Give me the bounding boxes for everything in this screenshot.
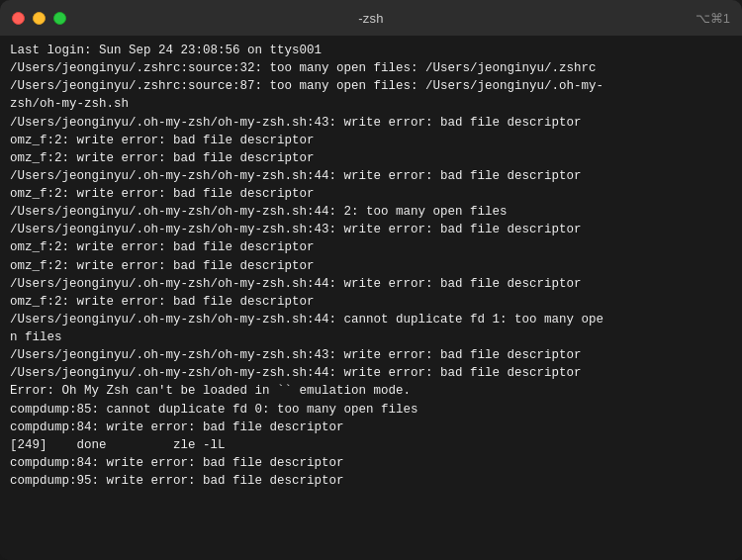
keyboard-shortcut: ⌥⌘1 (696, 11, 730, 26)
close-button[interactable] (12, 12, 25, 25)
terminal-body[interactable]: Last login: Sun Sep 24 23:08:56 on ttys0… (0, 36, 742, 560)
traffic-lights (12, 12, 66, 25)
minimize-button[interactable] (33, 12, 46, 25)
terminal-output: Last login: Sun Sep 24 23:08:56 on ttys0… (10, 42, 732, 490)
maximize-button[interactable] (53, 12, 66, 25)
window-title: -zsh (358, 11, 383, 26)
titlebar: -zsh ⌥⌘1 (0, 0, 742, 36)
terminal-window: -zsh ⌥⌘1 Last login: Sun Sep 24 23:08:56… (0, 0, 742, 560)
